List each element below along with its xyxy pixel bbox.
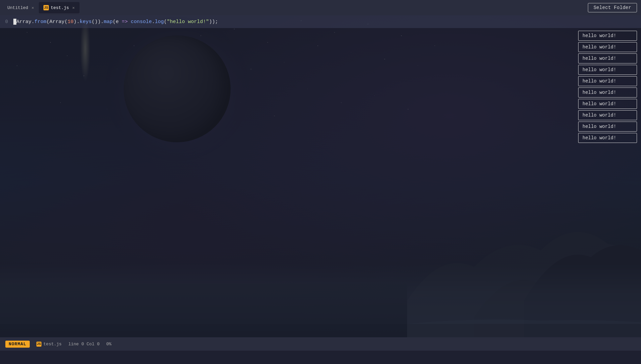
statusbar-js-icon: JS	[36, 342, 41, 347]
tab-untitled[interactable]: Untitled ✕	[3, 2, 39, 13]
tab-testjs[interactable]: JS test.js ✕	[39, 2, 80, 13]
line-number: 0	[0, 19, 13, 24]
tab-testjs-label: test.js	[51, 5, 69, 10]
code-editor[interactable]: 0 Array.from(Array(10).keys()).map(e => …	[0, 15, 641, 351]
statusbar-scroll-percent: 0%	[106, 342, 112, 347]
select-folder-button[interactable]: Select Folder	[588, 3, 637, 12]
mode-badge: NORMAL	[5, 341, 30, 348]
statusbar: NORMAL JS test.js line 0 Col 0 0%	[0, 337, 641, 351]
statusbar-line-col: line 0 Col 0	[68, 342, 100, 347]
statusbar-file: JS test.js	[36, 342, 62, 347]
statusbar-filename: test.js	[43, 342, 62, 347]
tab-testjs-close[interactable]: ✕	[72, 5, 75, 10]
code-text: Array.from(Array(10).keys()).map(e => co…	[13, 19, 218, 25]
code-line-0: 0 Array.from(Array(10).keys()).map(e => …	[0, 15, 641, 28]
editor-area: 0 Array.from(Array(10).keys()).map(e => …	[0, 15, 641, 351]
titlebar: Untitled ✕ JS test.js ✕ Select Folder	[0, 0, 641, 15]
statusbar-percent: 0%	[106, 342, 112, 347]
js-file-icon: JS	[43, 5, 49, 10]
code-array: Array	[16, 19, 31, 25]
tab-untitled-close[interactable]: ✕	[31, 5, 34, 10]
statusbar-position: line 0 Col 0	[68, 342, 100, 347]
tab-untitled-label: Untitled	[7, 5, 28, 10]
cursor	[13, 19, 16, 25]
